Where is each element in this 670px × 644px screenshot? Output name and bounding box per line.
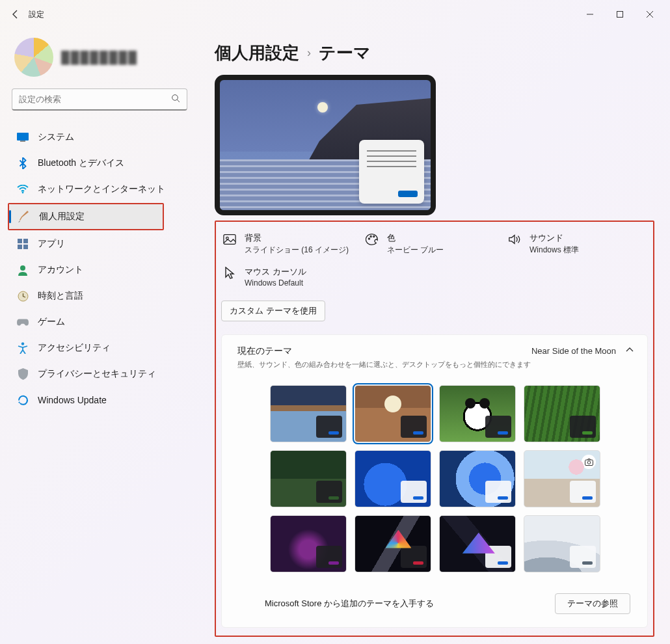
- cursor-icon: [222, 266, 237, 280]
- setting-background[interactable]: 背景 スライドショー (16 イメージ): [221, 228, 361, 260]
- theme-thumb-bloom2[interactable]: [439, 450, 516, 507]
- theme-mini-preview: [316, 546, 342, 568]
- nav-label: アカウント: [38, 264, 83, 276]
- panel-header[interactable]: 現在のテーマ 壁紙、サウンド、色の組み合わせを一緒に選ぶと、デスクトップをもっと…: [237, 345, 634, 369]
- setting-color[interactable]: 色 ネービー ブルー: [364, 228, 503, 260]
- svg-point-18: [587, 461, 591, 464]
- theme-thumb-bamboo[interactable]: [524, 385, 600, 442]
- current-theme-panel: 現在のテーマ 壁紙、サウンド、色の組み合わせを一緒に選ぶと、デスクトップをもっと…: [221, 334, 648, 628]
- app-title: 設定: [29, 9, 44, 20]
- setting-subtitle: スライドショー (16 イメージ): [245, 245, 349, 256]
- window-controls: [575, 4, 665, 25]
- user-name: ████████: [61, 51, 138, 64]
- svg-point-9: [20, 265, 25, 271]
- nav-accounts[interactable]: アカウント: [8, 258, 187, 282]
- nav-personalization[interactable]: 個人用設定: [9, 204, 163, 229]
- setting-title: 色: [387, 232, 444, 244]
- breadcrumb-parent[interactable]: 個人用設定: [215, 42, 299, 64]
- accessibility-icon: [17, 342, 29, 354]
- theme-thumb-moon[interactable]: [355, 385, 431, 442]
- theme-thumb-wave[interactable]: [524, 515, 600, 572]
- search-box[interactable]: [12, 88, 187, 111]
- setting-title: サウンド: [529, 232, 579, 244]
- setting-subtitle: Windows Default: [245, 278, 306, 288]
- nav-time[interactable]: 時刻と言語: [8, 284, 187, 308]
- search-input[interactable]: [19, 94, 171, 104]
- svg-point-14: [368, 238, 369, 239]
- speaker-icon: [507, 232, 522, 247]
- titlebar: 設定: [0, 0, 670, 29]
- minimize-button[interactable]: [575, 4, 605, 25]
- nav-privacy[interactable]: プライバシーとセキュリティ: [8, 362, 187, 386]
- svg-rect-7: [18, 245, 22, 249]
- brush-icon: [18, 211, 30, 222]
- nav-gaming[interactable]: ゲーム: [8, 310, 187, 334]
- theme-thumb-flow2[interactable]: [439, 515, 516, 572]
- palette-icon: [365, 232, 379, 247]
- svg-point-16: [373, 235, 375, 237]
- theme-mini-preview: [485, 481, 511, 503]
- preview-window-card: [359, 140, 424, 204]
- nav-label: システム: [38, 131, 74, 143]
- back-button[interactable]: [5, 4, 26, 25]
- chevron-up-icon: [625, 345, 634, 356]
- svg-point-4: [22, 192, 24, 194]
- nav-label: 時刻と言語: [38, 290, 83, 302]
- wifi-icon: [17, 183, 29, 195]
- nav-system[interactable]: システム: [8, 125, 187, 150]
- picture-icon: [222, 232, 237, 247]
- theme-mini-preview: [316, 416, 342, 438]
- theme-mini-preview: [570, 546, 596, 568]
- nav-label: 個人用設定: [39, 211, 85, 222]
- svg-point-11: [21, 342, 24, 345]
- maximize-button[interactable]: [605, 4, 635, 25]
- current-theme-name: Near Side of the Moon: [531, 346, 616, 356]
- nav: システム Bluetooth とデバイス ネットワークとインターネット 個人用設…: [8, 117, 195, 412]
- browse-themes-button[interactable]: テーマの参照: [555, 593, 630, 614]
- user-block[interactable]: ████████: [8, 33, 195, 88]
- nav-apps[interactable]: アプリ: [8, 232, 187, 256]
- use-custom-theme-button[interactable]: カスタム テーマを使用: [221, 301, 325, 321]
- avatar: [14, 38, 53, 77]
- theme-thumb-forest[interactable]: [270, 450, 347, 507]
- nav-label: ゲーム: [38, 316, 65, 328]
- theme-mini-preview: [485, 546, 511, 568]
- store-row: Microsoft Store から追加のテーマを入手する テーマの参照: [237, 582, 634, 621]
- close-button[interactable]: [635, 4, 665, 25]
- theme-mini-preview: [401, 481, 427, 503]
- theme-mini-preview: [401, 546, 427, 568]
- theme-mini-preview: [485, 416, 511, 438]
- setting-title: 背景: [245, 232, 349, 244]
- sidebar: ████████ システム Bluetooth とデバイス ネットワークとインタ…: [0, 29, 195, 644]
- nav-label: Bluetooth とデバイス: [38, 157, 124, 169]
- theme-mini-preview: [316, 481, 342, 503]
- nav-label: プライバシーとセキュリティ: [38, 368, 156, 380]
- svg-point-1: [172, 95, 178, 101]
- nav-label: アプリ: [38, 238, 65, 250]
- theme-thumb-panda[interactable]: [439, 385, 516, 442]
- nav-bluetooth[interactable]: Bluetooth とデバイス: [8, 151, 187, 176]
- nav-network[interactable]: ネットワークとインターネット: [8, 177, 187, 202]
- setting-sound[interactable]: サウンド Windows 標準: [506, 228, 646, 260]
- breadcrumb-current: テーマ: [319, 42, 371, 64]
- clock-icon: [17, 290, 29, 302]
- breadcrumb: 個人用設定 › テーマ: [215, 42, 654, 64]
- theme-thumb-beach[interactable]: [270, 385, 347, 442]
- theme-mini-preview: [570, 416, 596, 438]
- svg-rect-5: [18, 239, 22, 243]
- setting-cursor[interactable]: マウス カーソル Windows Default: [221, 262, 361, 291]
- system-icon: [17, 131, 29, 143]
- svg-point-13: [226, 237, 229, 239]
- nav-label: アクセシビリティ: [38, 342, 111, 354]
- content: ████████ システム Bluetooth とデバイス ネットワークとインタ…: [0, 29, 670, 644]
- theme-thumb-glow[interactable]: [270, 515, 347, 572]
- shield-icon: [17, 368, 29, 380]
- svg-rect-0: [617, 12, 623, 18]
- theme-thumb-flow1[interactable]: [355, 515, 431, 572]
- theme-thumb-blossom[interactable]: [524, 450, 600, 507]
- panel-desc: 壁紙、サウンド、色の組み合わせを一緒に選ぶと、デスクトップをもっと個性的にできま…: [237, 360, 531, 369]
- nav-update[interactable]: Windows Update: [8, 388, 187, 412]
- theme-thumb-bloom1[interactable]: [355, 450, 431, 507]
- bluetooth-icon: [17, 157, 29, 169]
- nav-accessibility[interactable]: アクセシビリティ: [8, 336, 187, 360]
